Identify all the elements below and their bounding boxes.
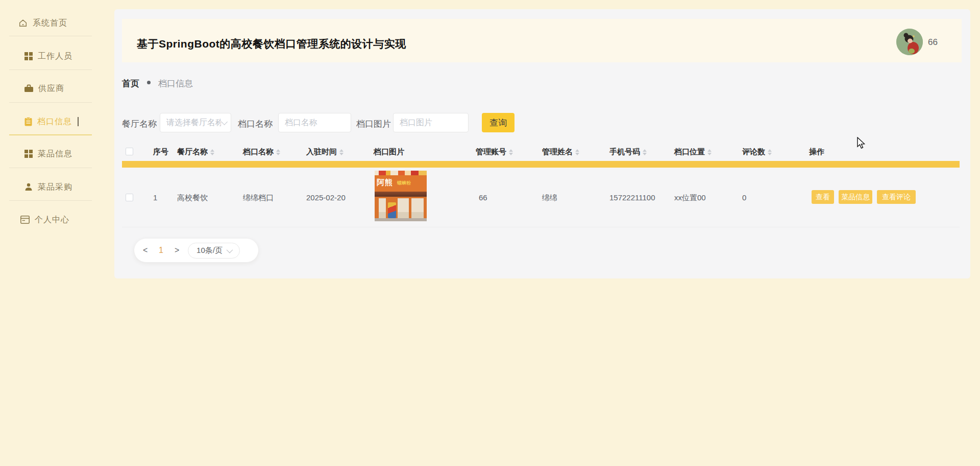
page-size-select[interactable]: 10条/页 bbox=[188, 243, 240, 259]
row-checkbox[interactable] bbox=[126, 194, 133, 201]
chevron-down-icon bbox=[222, 119, 228, 125]
restaurant-select[interactable]: 请选择餐厅名称 bbox=[160, 113, 231, 132]
view-button[interactable]: 查看 bbox=[812, 190, 834, 204]
clipboard-icon bbox=[24, 117, 32, 126]
column-header-account[interactable]: 管理账号 bbox=[476, 147, 513, 157]
idcard-icon bbox=[20, 216, 30, 224]
storefront-art-strip bbox=[375, 171, 427, 175]
sidebar-item-supplier[interactable]: 供应商 bbox=[24, 82, 64, 95]
chevron-down-icon bbox=[226, 247, 233, 253]
sidebar-item-staff[interactable]: 工作人员 bbox=[24, 50, 72, 63]
column-header-restaurant[interactable]: 餐厅名称 bbox=[177, 147, 214, 157]
sort-icon[interactable] bbox=[575, 149, 579, 155]
user-name: 66 bbox=[928, 37, 938, 48]
storefront-window bbox=[379, 198, 386, 218]
sidebar-item-label: 菜品信息 bbox=[38, 149, 72, 159]
stall-name-label: 档口名称 bbox=[238, 118, 273, 130]
sidebar-item-profile[interactable]: 个人中心 bbox=[20, 213, 69, 226]
sidebar-divider bbox=[9, 168, 92, 168]
stall-image-input[interactable] bbox=[393, 113, 469, 132]
breadcrumb-home[interactable]: 首页 bbox=[122, 78, 139, 89]
cell-index: 1 bbox=[153, 193, 157, 202]
storefront-mural bbox=[388, 202, 396, 218]
sort-icon[interactable] bbox=[707, 149, 712, 155]
column-header-comments[interactable]: 评论数 bbox=[742, 147, 772, 157]
storefront-door bbox=[411, 198, 424, 218]
sidebar-item-label: 供应商 bbox=[38, 83, 64, 94]
cell-stall: 绵绵档口 bbox=[243, 193, 274, 203]
breadcrumb-current: 档口信息 bbox=[158, 78, 193, 89]
sort-icon[interactable] bbox=[210, 149, 214, 155]
current-page[interactable]: 1 bbox=[159, 246, 163, 255]
sidebar-item-label: 档口信息 bbox=[37, 116, 72, 127]
sidebar-item-stall-info[interactable]: 档口信息 bbox=[24, 115, 79, 128]
cell-manager: 绵绵 bbox=[542, 193, 557, 203]
sidebar-divider bbox=[9, 69, 92, 70]
stall-name-input[interactable] bbox=[278, 113, 351, 132]
table-header-accent-bar bbox=[122, 161, 960, 168]
sidebar-item-label: 菜品采购 bbox=[38, 182, 72, 193]
sidebar-divider bbox=[9, 36, 92, 36]
column-header-join-date[interactable]: 入驻时间 bbox=[306, 147, 344, 157]
column-header-index: 序号 bbox=[153, 147, 168, 157]
storefront-sign: 阿熊 螺蛳粉 bbox=[375, 175, 427, 192]
sort-icon[interactable] bbox=[339, 149, 344, 155]
cell-restaurant: 高校餐饮 bbox=[177, 193, 208, 203]
sort-icon[interactable] bbox=[509, 149, 513, 155]
user-icon bbox=[24, 183, 33, 191]
home-icon bbox=[18, 18, 28, 28]
sort-icon[interactable] bbox=[276, 149, 280, 155]
storefront-sign-main: 阿熊 bbox=[377, 178, 393, 188]
cell-phone: 15722211100 bbox=[609, 193, 655, 202]
cell-location: xx位置00 bbox=[674, 193, 706, 203]
view-comments-button[interactable]: 查看评论 bbox=[877, 190, 916, 204]
mouse-cursor bbox=[855, 137, 867, 149]
breadcrumb-separator-dot bbox=[147, 81, 151, 84]
cell-join-date: 2025-02-20 bbox=[306, 193, 346, 202]
column-header-actions: 操作 bbox=[809, 147, 824, 157]
sidebar-item-label: 个人中心 bbox=[35, 215, 69, 225]
search-button[interactable]: 查询 bbox=[482, 113, 514, 132]
dish-info-button[interactable]: 菜品信息 bbox=[839, 190, 872, 204]
prev-page-button[interactable]: < bbox=[143, 246, 148, 255]
column-header-manager[interactable]: 管理姓名 bbox=[542, 147, 579, 157]
select-all-checkbox[interactable] bbox=[126, 148, 133, 155]
sidebar-divider-active bbox=[9, 134, 92, 135]
stall-image-label: 档口图片 bbox=[356, 118, 391, 130]
sidebar: 系统首页 工作人员 供应商 档口信息 菜品信息 菜品采购 bbox=[0, 0, 114, 466]
sort-icon[interactable] bbox=[768, 149, 772, 155]
cell-account: 66 bbox=[479, 193, 487, 202]
restaurant-name-label: 餐厅名称 bbox=[122, 118, 157, 130]
sort-icon[interactable] bbox=[643, 149, 647, 155]
page-size-value: 10条/页 bbox=[197, 246, 223, 255]
column-header-stall[interactable]: 档口名称 bbox=[243, 147, 280, 157]
storefront-sign-sub: 螺蛳粉 bbox=[397, 180, 411, 187]
grid-icon bbox=[24, 150, 33, 158]
next-page-button[interactable]: > bbox=[175, 246, 179, 255]
sidebar-divider bbox=[9, 200, 92, 201]
column-header-image: 档口图片 bbox=[374, 147, 404, 157]
column-header-phone[interactable]: 手机号码 bbox=[609, 147, 647, 157]
sidebar-item-label: 系统首页 bbox=[33, 18, 67, 29]
avatar-illustration bbox=[896, 29, 923, 55]
briefcase-icon bbox=[24, 84, 33, 92]
restaurant-select-placeholder: 请选择餐厅名称 bbox=[166, 118, 221, 128]
page-title: 基于SpringBoot的高校餐饮档口管理系统的设计与实现 bbox=[137, 37, 406, 51]
stall-photo[interactable]: 阿熊 螺蛳粉 bbox=[375, 171, 427, 221]
sidebar-item-dish-purchase[interactable]: 菜品采购 bbox=[24, 180, 72, 194]
row-separator bbox=[122, 227, 960, 227]
storefront-awning bbox=[375, 192, 427, 197]
text-caret bbox=[78, 117, 79, 126]
sidebar-item-label: 工作人员 bbox=[38, 51, 72, 62]
grid-icon bbox=[24, 52, 33, 60]
storefront-door bbox=[398, 198, 409, 218]
sidebar-item-home[interactable]: 系统首页 bbox=[18, 16, 67, 30]
column-header-location[interactable]: 档口位置 bbox=[674, 147, 712, 157]
user-avatar[interactable] bbox=[896, 29, 923, 55]
sidebar-item-dish-info[interactable]: 菜品信息 bbox=[24, 147, 72, 160]
sidebar-divider bbox=[9, 102, 92, 103]
cell-comments: 0 bbox=[742, 193, 746, 202]
storefront-ground bbox=[375, 218, 427, 221]
